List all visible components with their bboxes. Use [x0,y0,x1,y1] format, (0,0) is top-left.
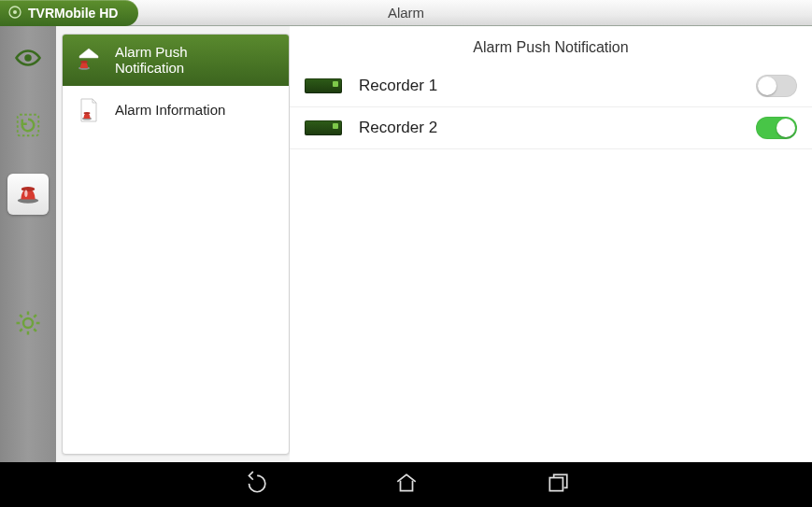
push-alarm-icon [74,45,104,75]
back-icon [243,471,267,499]
svg-point-17 [80,61,88,63]
rail-item-settings[interactable] [7,304,49,345]
content-panel: Alarm Push Notification Recorder 1 Recor… [290,26,812,462]
recorder-row: Recorder 1 [290,65,812,107]
svg-line-13 [34,329,36,331]
svg-point-1 [13,10,17,14]
app-logo-icon [7,5,22,22]
title-bar: TVRMobile HD Alarm [0,0,812,26]
svg-point-7 [23,318,33,328]
content-header: Alarm Push Notification [290,26,812,65]
screen-title: Alarm [388,5,424,21]
nav-recent-button[interactable] [543,470,573,500]
recent-apps-icon [546,471,570,499]
sidebar-item-label: Alarm PushNotification [115,44,188,77]
app-brand: TVRMobile HD [0,0,138,26]
svg-rect-3 [18,115,39,136]
nav-rail [0,26,56,462]
rail-item-playback[interactable] [7,106,49,148]
recorder-label: Recorder 1 [359,77,739,95]
sidebar-item-label: Alarm Information [115,102,225,118]
svg-line-15 [34,315,36,317]
svg-line-12 [20,315,22,317]
film-reload-icon [14,111,42,143]
recorder-chip-icon [305,120,342,135]
svg-point-19 [84,112,91,114]
svg-point-2 [24,54,32,62]
nav-home-button[interactable] [392,470,421,500]
recorder-toggle[interactable] [756,117,797,139]
svg-line-14 [20,329,22,331]
sidebar-item-push-notification[interactable]: Alarm PushNotification [63,35,289,86]
recorder-chip-icon [305,78,342,93]
recorder-row: Recorder 2 [290,107,812,149]
home-icon [394,471,419,499]
rail-item-live-view[interactable] [7,39,49,80]
system-navbar [0,462,812,507]
sidebar-item-alarm-information[interactable]: Alarm Information [63,86,289,134]
svg-rect-20 [549,478,563,491]
eye-icon [14,44,42,76]
main-area: Alarm PushNotification Alarm Information [0,26,812,462]
rail-item-alarm[interactable] [7,174,49,215]
app-brand-label: TVRMobile HD [28,6,118,21]
nav-back-button[interactable] [240,470,270,500]
recorder-toggle[interactable] [756,75,797,97]
alarm-doc-icon [74,95,104,125]
recorder-label: Recorder 2 [359,119,739,137]
alarm-sidebar: Alarm PushNotification Alarm Information [62,34,290,455]
gear-icon [14,309,42,341]
svg-point-5 [21,187,36,191]
svg-point-6 [24,190,27,198]
alarm-light-icon [14,178,42,210]
